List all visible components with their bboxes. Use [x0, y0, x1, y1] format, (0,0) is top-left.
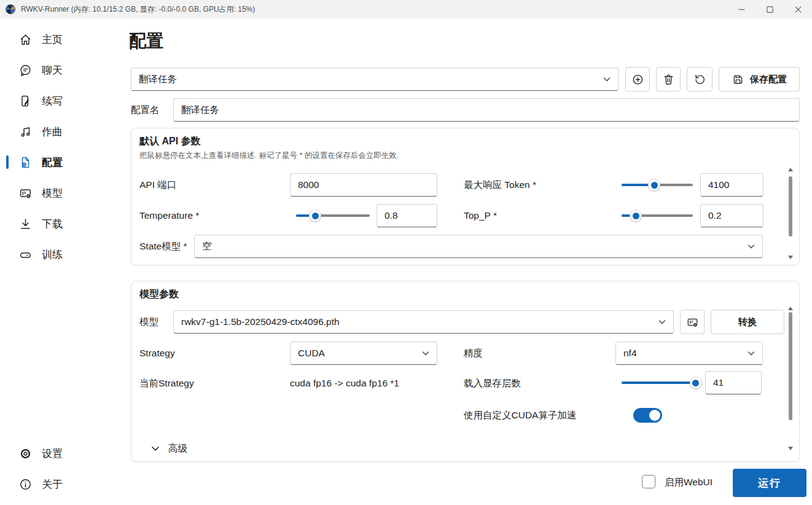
vram-layers-input[interactable]: 41	[705, 371, 762, 394]
sidebar-item-completion[interactable]: 续写	[4, 88, 122, 113]
maximize-button[interactable]	[755, 0, 784, 18]
sidebar-item-configs[interactable]: 配置	[4, 150, 122, 174]
chevron-down-icon	[602, 74, 612, 84]
config-name-value: 翻译任务	[181, 104, 219, 115]
composition-icon	[18, 125, 33, 139]
save-config-label: 保存配置	[750, 74, 787, 85]
sidebar-item-label: 训练	[42, 248, 63, 262]
models-icon	[686, 316, 699, 329]
save-icon	[732, 73, 744, 86]
top-p-input[interactable]: 0.2	[700, 204, 763, 227]
max-tokens-label: 最大响应 Token *	[464, 173, 536, 197]
vram-layers-slider[interactable]	[622, 377, 699, 389]
precision-value: nf4	[623, 348, 637, 358]
sidebar-item-label: 设置	[42, 447, 63, 461]
advanced-label[interactable]: 高级	[168, 442, 187, 455]
models-icon	[18, 186, 33, 200]
state-model-label: State模型 *	[139, 235, 187, 258]
sidebar-item-about[interactable]: 关于	[4, 472, 122, 496]
sidebar-item-label: 关于	[42, 477, 63, 491]
chevron-down-icon	[150, 443, 161, 454]
temperature-label: Temperature *	[139, 204, 199, 227]
custom-cuda-toggle[interactable]	[633, 408, 662, 423]
temperature-slider[interactable]	[296, 209, 370, 222]
slider-thumb[interactable]	[648, 179, 660, 191]
api-port-input[interactable]: 8000	[290, 173, 437, 197]
page-title: 配置	[129, 29, 163, 53]
sidebar-item-train[interactable]: 训练	[4, 242, 122, 267]
completion-icon	[18, 94, 33, 108]
temperature-input[interactable]: 0.8	[377, 204, 437, 227]
titlebar: RWKV-Runner (内存: 10.1/15.2 GB, 显存: -0.0/…	[0, 0, 812, 18]
strategy-value: CUDA	[298, 348, 325, 358]
sidebar-item-settings[interactable]: 设置	[4, 441, 122, 466]
scroll-up-arrow[interactable]	[788, 307, 793, 310]
scroll-up-arrow[interactable]	[788, 168, 793, 171]
vram-layers-value: 41	[713, 377, 724, 388]
vram-layers-label: 载入显存层数	[464, 372, 521, 395]
scroll-down-arrow[interactable]	[788, 447, 793, 450]
sidebar-item-label: 续写	[42, 94, 63, 108]
home-icon	[18, 33, 33, 47]
close-button[interactable]	[784, 0, 812, 18]
reset-config-button[interactable]	[687, 67, 712, 92]
chevron-down-icon	[421, 348, 431, 358]
scrollbar-thumb[interactable]	[789, 312, 792, 420]
train-icon	[18, 248, 33, 262]
settings-icon	[18, 447, 33, 461]
sidebar-item-composition[interactable]: 作曲	[4, 119, 122, 144]
run-button[interactable]: 运行	[733, 469, 806, 497]
top-p-slider[interactable]	[622, 209, 693, 222]
sidebar-item-models[interactable]: 模型	[4, 181, 122, 205]
minimize-icon	[738, 6, 745, 13]
model-combobox[interactable]: rwkv7-g1-1.5b-20250429-ctx4096.pth	[173, 310, 674, 334]
api-params-title: 默认 API 参数	[139, 135, 201, 147]
sidebar-item-home[interactable]: 主页	[4, 27, 122, 52]
config-selector-combobox[interactable]: 翻译任务	[131, 68, 619, 91]
precision-combobox[interactable]: nf4	[615, 342, 763, 365]
sidebar-item-downloads[interactable]: 下载	[4, 211, 122, 236]
max-tokens-slider[interactable]	[622, 179, 693, 191]
temperature-value: 0.8	[385, 210, 398, 221]
slider-thumb[interactable]	[309, 209, 321, 222]
app-logo-icon	[6, 4, 15, 14]
config-name-input[interactable]: 翻译任务	[173, 98, 800, 122]
scroll-down-arrow[interactable]	[788, 256, 793, 259]
strategy-combobox[interactable]: CUDA	[290, 342, 437, 365]
toggle-knob	[649, 410, 660, 421]
manage-models-button[interactable]	[680, 310, 705, 334]
state-model-combobox[interactable]: 空	[194, 235, 763, 258]
sidebar-item-label: 配置	[42, 155, 63, 170]
scrollbar-thumb[interactable]	[789, 176, 792, 237]
slider-thumb[interactable]	[630, 209, 642, 222]
trash-icon	[662, 73, 675, 86]
api-port-label: API 端口	[139, 173, 176, 197]
custom-cuda-label: 使用自定义CUDA算子加速	[464, 404, 576, 427]
delete-config-button[interactable]	[656, 67, 681, 92]
close-icon	[795, 6, 802, 13]
chat-icon	[18, 63, 33, 77]
window-title: RWKV-Runner (内存: 10.1/15.2 GB, 显存: -0.0/…	[21, 4, 255, 15]
precision-label: 精度	[464, 342, 483, 365]
sidebar-item-chat[interactable]: 聊天	[4, 58, 122, 82]
sidebar-item-label: 聊天	[42, 63, 63, 77]
add-icon	[631, 73, 644, 86]
strategy-label: Strategy	[139, 342, 175, 365]
about-icon	[18, 477, 33, 491]
slider-fill	[622, 382, 696, 384]
sidebar-item-label: 模型	[42, 186, 63, 200]
add-config-button[interactable]	[625, 67, 650, 92]
advanced-expander[interactable]	[150, 443, 161, 454]
save-config-button[interactable]: 保存配置	[719, 67, 800, 92]
model-params-title: 模型参数	[139, 288, 179, 300]
current-strategy-value: cuda fp16 -> cuda fp16 *1	[290, 372, 399, 395]
minimize-button[interactable]	[727, 0, 755, 18]
convert-label: 转换	[738, 316, 757, 328]
chevron-down-icon	[746, 241, 756, 251]
download-icon	[18, 217, 33, 231]
convert-button[interactable]: 转换	[711, 310, 784, 334]
max-tokens-input[interactable]: 4100	[700, 173, 763, 197]
config-selector-value: 翻译任务	[139, 74, 177, 84]
enable-webui-checkbox[interactable]	[642, 475, 655, 488]
slider-thumb[interactable]	[690, 377, 702, 389]
